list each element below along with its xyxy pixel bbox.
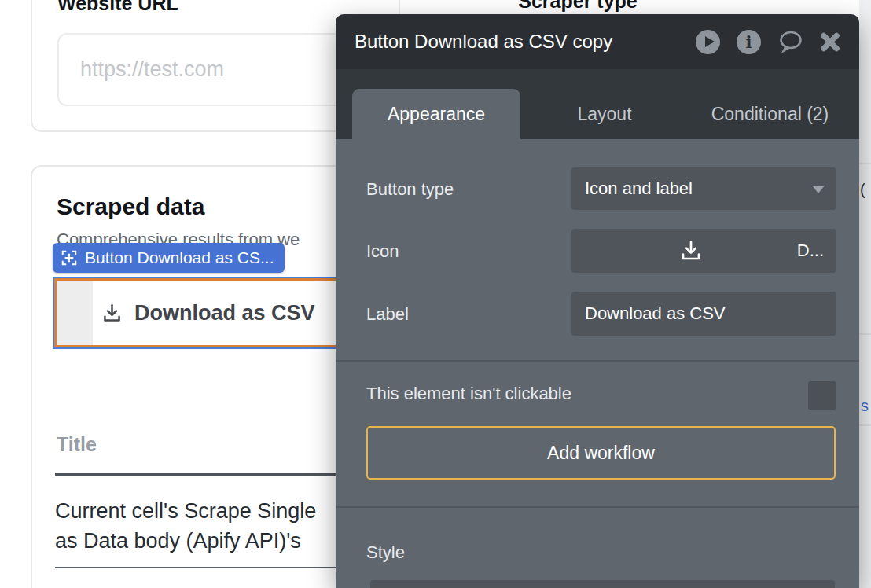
selected-element-label: Button Download as CS... bbox=[85, 248, 274, 267]
scraper-type-heading: Scraper type bbox=[499, 0, 656, 13]
panel-header[interactable]: Button Download as CSV copy i bbox=[336, 14, 859, 69]
label-input-value: Download as CSV bbox=[585, 303, 726, 324]
chevron-down-icon bbox=[812, 186, 825, 193]
table-column-header: Title bbox=[57, 433, 97, 456]
button-type-label: Button type bbox=[366, 179, 454, 200]
panel-body: Button type Icon and label Icon D... Lab… bbox=[336, 139, 859, 588]
bubble-editor: Website URL Scraper type Scraped data Co… bbox=[0, 0, 871, 588]
panel-header-icons: i bbox=[696, 30, 840, 54]
download-icon bbox=[101, 302, 123, 325]
add-workflow-label: Add workflow bbox=[547, 443, 655, 464]
style-dropdown[interactable] bbox=[370, 580, 835, 588]
edge-text-fragment-bottom: s bbox=[861, 397, 869, 415]
close-icon[interactable] bbox=[820, 31, 840, 52]
add-workflow-button[interactable]: Add workflow bbox=[366, 426, 836, 480]
button-type-value: Icon and label bbox=[585, 178, 693, 199]
panel-title: Button Download as CSV copy bbox=[355, 31, 696, 53]
play-icon[interactable] bbox=[696, 30, 720, 54]
canvas-download-button-selection[interactable]: Download as CSV bbox=[53, 277, 347, 349]
edge-divider bbox=[859, 424, 871, 426]
clickable-note: This element isn't clickable bbox=[366, 384, 571, 404]
property-editor-panel: Button Download as CSV copy i Appearance… bbox=[336, 14, 859, 588]
comment-icon[interactable] bbox=[777, 30, 803, 53]
website-url-label: Website URL bbox=[57, 0, 178, 15]
icon-row-label: Icon bbox=[366, 241, 399, 262]
edge-text-fragment-top: ( bbox=[860, 181, 865, 199]
selected-element-badge[interactable]: Button Download as CS... bbox=[53, 243, 285, 273]
label-row-label: Label bbox=[366, 304, 409, 325]
section-divider bbox=[336, 506, 859, 508]
page-edge-strip: ( s bbox=[859, 0, 871, 588]
tab-layout[interactable]: Layout bbox=[542, 89, 667, 139]
select-plus-icon bbox=[61, 249, 78, 266]
table-header-divider bbox=[55, 473, 358, 476]
table-cell-line2: as Data body (Apify API)'s bbox=[55, 526, 301, 556]
style-section-label: Style bbox=[366, 542, 405, 563]
tab-appearance[interactable]: Appearance bbox=[352, 89, 520, 139]
canvas-button-label: Download as CSV bbox=[134, 301, 315, 325]
section-divider bbox=[336, 360, 859, 362]
edge-divider bbox=[859, 163, 871, 164]
tab-conditional[interactable]: Conditional (2) bbox=[682, 89, 858, 139]
table-cell-line1: Current cell's Scrape Single bbox=[55, 496, 316, 526]
download-icon bbox=[678, 238, 704, 263]
scraped-data-title: Scraped data bbox=[57, 193, 204, 220]
icon-picker-value: D... bbox=[797, 241, 824, 261]
table-row-divider bbox=[55, 567, 358, 568]
info-icon[interactable]: i bbox=[737, 30, 761, 54]
canvas-download-button[interactable]: Download as CSV bbox=[54, 278, 345, 347]
label-input[interactable]: Download as CSV bbox=[571, 292, 836, 336]
panel-tab-bar: Appearance Layout Conditional (2) bbox=[336, 69, 859, 139]
button-left-strip bbox=[57, 281, 93, 345]
icon-picker-field[interactable]: D... bbox=[571, 229, 836, 273]
edge-divider bbox=[859, 333, 871, 335]
button-type-dropdown[interactable]: Icon and label bbox=[571, 167, 836, 210]
clickable-checkbox[interactable] bbox=[808, 381, 836, 410]
